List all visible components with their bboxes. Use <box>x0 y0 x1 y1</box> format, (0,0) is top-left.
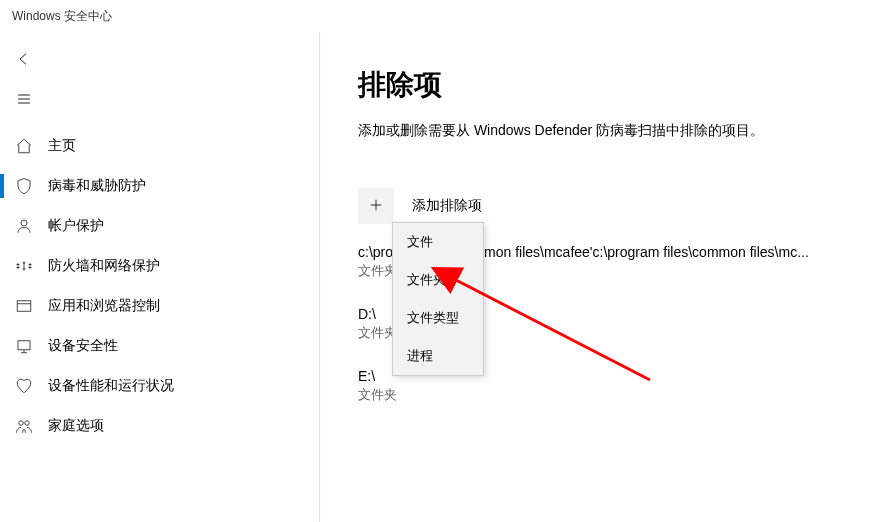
title-bar: Windows 安全中心 <box>0 0 891 32</box>
heart-icon <box>14 376 34 396</box>
plus-icon-box <box>358 188 394 224</box>
shield-icon <box>14 176 34 196</box>
menu-item-filetype[interactable]: 文件类型 <box>393 299 483 337</box>
sidebar-item-device-performance[interactable]: 设备性能和运行状况 <box>0 366 320 406</box>
menu-item-file[interactable]: 文件 <box>393 223 483 261</box>
add-exclusion-menu: 文件 文件夹 文件类型 进程 <box>392 222 484 376</box>
window-title: Windows 安全中心 <box>12 8 112 25</box>
back-arrow-icon <box>16 51 32 70</box>
sidebar-item-label: 主页 <box>48 137 76 155</box>
svg-rect-2 <box>18 341 30 350</box>
menu-item-label: 文件 <box>407 234 433 249</box>
back-button[interactable] <box>4 40 44 80</box>
sidebar-item-label: 帐户保护 <box>48 217 104 235</box>
sidebar: 主页 病毒和威胁防护 帐户保护 防火墙和网络保护 <box>0 32 320 522</box>
sidebar-item-app-browser[interactable]: 应用和浏览器控制 <box>0 286 320 326</box>
hamburger-icon <box>16 91 32 110</box>
sidebar-item-device-security[interactable]: 设备安全性 <box>0 326 320 366</box>
svg-point-0 <box>21 220 27 226</box>
sidebar-item-label: 应用和浏览器控制 <box>48 297 160 315</box>
sidebar-item-label: 病毒和威胁防护 <box>48 177 146 195</box>
firewall-icon <box>14 256 34 276</box>
family-icon <box>14 416 34 436</box>
page-description: 添加或删除需要从 Windows Defender 防病毒扫描中排除的项目。 <box>358 122 891 140</box>
sidebar-item-home[interactable]: 主页 <box>0 126 320 166</box>
add-exclusion-button[interactable]: 添加排除项 <box>358 188 891 224</box>
sidebar-item-label: 防火墙和网络保护 <box>48 257 160 275</box>
exclusion-type: 文件夹 <box>358 386 891 404</box>
add-exclusion-label: 添加排除项 <box>412 197 482 215</box>
menu-item-label: 文件夹 <box>407 272 446 287</box>
sidebar-item-label: 设备性能和运行状况 <box>48 377 174 395</box>
sidebar-item-family[interactable]: 家庭选项 <box>0 406 320 446</box>
sidebar-item-label: 设备安全性 <box>48 337 118 355</box>
device-security-icon <box>14 336 34 356</box>
sidebar-item-virus-threat[interactable]: 病毒和威胁防护 <box>0 166 320 206</box>
account-icon <box>14 216 34 236</box>
plus-icon <box>368 197 384 216</box>
svg-point-4 <box>25 421 30 426</box>
menu-item-label: 进程 <box>407 348 433 363</box>
app-browser-icon <box>14 296 34 316</box>
page-title: 排除项 <box>358 66 891 104</box>
svg-point-3 <box>19 421 24 426</box>
sidebar-item-firewall[interactable]: 防火墙和网络保护 <box>0 246 320 286</box>
menu-item-label: 文件类型 <box>407 310 459 325</box>
svg-rect-1 <box>17 301 31 312</box>
home-icon <box>14 136 34 156</box>
menu-button[interactable] <box>4 80 44 120</box>
menu-item-process[interactable]: 进程 <box>393 337 483 375</box>
sidebar-item-account[interactable]: 帐户保护 <box>0 206 320 246</box>
menu-item-folder[interactable]: 文件夹 <box>393 261 483 299</box>
nav-list: 主页 病毒和威胁防护 帐户保护 防火墙和网络保护 <box>0 126 320 446</box>
sidebar-item-label: 家庭选项 <box>48 417 104 435</box>
